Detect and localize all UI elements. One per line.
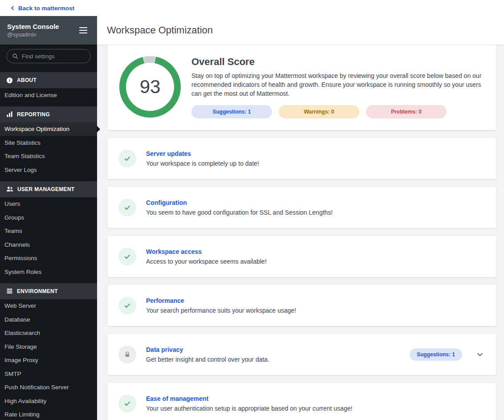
sidebar-item-groups[interactable]: Groups	[0, 211, 97, 224]
overall-score-ring: 93	[119, 56, 181, 118]
section-label-reporting: REPORTING	[17, 111, 50, 118]
back-link-label: Back to mattermost	[18, 5, 74, 12]
lock-icon	[118, 346, 136, 363]
console-identity: System Console @sysadmin	[7, 22, 59, 39]
card-text: Server updates Your workspace is complet…	[146, 150, 259, 168]
check-circle-icon	[118, 199, 136, 216]
menu-icon[interactable]	[77, 25, 89, 35]
search-wrap	[0, 45, 97, 68]
section-label-environment: ENVIRONMENT	[17, 288, 58, 294]
section-header-environment: ENVIRONMENT	[0, 283, 97, 299]
card-title-configuration[interactable]: Configuration	[146, 199, 187, 206]
sidebar-item-site-statistics[interactable]: Site Statistics	[0, 136, 97, 150]
check-circle-icon	[118, 395, 136, 412]
section-header-user-management: USER MANAGEMENT	[0, 181, 97, 197]
card-desc-ease-of-management: Your user authentication setup is approp…	[146, 404, 352, 413]
card-right-controls: Suggestions: 1	[410, 348, 485, 361]
card-ease-of-management: Ease of management Your user authenticat…	[108, 383, 496, 420]
sidebar-item-web-server[interactable]: Web Server	[0, 299, 97, 313]
sidebar-nav: ABOUT Edition and License REPORTING Work…	[0, 72, 97, 420]
overall-score-value: 93	[140, 76, 161, 98]
overall-score-description: Stay on top of optimizing your Mattermos…	[191, 71, 484, 98]
card-title-performance[interactable]: Performance	[146, 297, 184, 304]
sidebar-item-image-proxy[interactable]: Image Proxy	[0, 354, 97, 367]
users-icon	[6, 186, 13, 192]
section-header-reporting: REPORTING	[0, 106, 97, 122]
card-desc-server-updates: Your workspace is completely up to date!	[146, 159, 259, 168]
card-desc-data-privacy: Get better insight and control over your…	[146, 355, 269, 364]
overall-score-heading: Overall Score	[191, 56, 484, 68]
check-circle-icon	[118, 150, 136, 167]
section-label-user-management: USER MANAGEMENT	[17, 186, 75, 192]
sidebar-item-file-storage[interactable]: File Storage	[0, 340, 97, 354]
card-workspace-access: Workspace access Access to your workspac…	[108, 236, 496, 277]
chevron-down-icon[interactable]	[475, 349, 485, 360]
overall-score-info: Overall Score Stay on top of optimizing …	[191, 56, 484, 118]
card-title-ease-of-management[interactable]: Ease of management	[146, 395, 208, 402]
sidebar-item-server-logs[interactable]: Server Logs	[0, 163, 97, 177]
sidebar-item-workspace-optimization[interactable]: Workspace Optimization	[0, 122, 97, 136]
card-text: Data privacy Get better insight and cont…	[146, 346, 269, 364]
card-text: Performance Your search performance suit…	[146, 297, 296, 315]
page-title: Workspace Optimization	[107, 24, 213, 36]
sidebar-item-channels[interactable]: Channels	[0, 238, 97, 252]
card-title-data-privacy[interactable]: Data privacy	[146, 346, 183, 353]
top-bar: Back to mattermost	[0, 0, 504, 16]
card-desc-configuration: You seem to have good configuration for …	[146, 208, 333, 217]
main-area: Workspace Optimization 93 Overall Score …	[97, 16, 504, 420]
check-circle-icon	[118, 248, 136, 265]
card-performance: Performance Your search performance suit…	[108, 285, 496, 326]
sidebar-item-high-availability[interactable]: High Availability	[0, 394, 97, 408]
card-server-updates: Server updates Your workspace is complet…	[108, 138, 496, 179]
sidebar-item-teams[interactable]: Teams	[0, 224, 97, 238]
sidebar-header: System Console @sysadmin	[0, 16, 97, 45]
bar-chart-icon	[6, 111, 13, 118]
sidebar-item-users[interactable]: Users	[0, 197, 97, 211]
check-circle-icon	[118, 297, 136, 314]
sidebar-item-rate-limiting[interactable]: Rate Limiting	[0, 408, 97, 420]
console-username: @sysadmin	[7, 31, 59, 39]
sidebar-item-database[interactable]: Database	[0, 313, 97, 326]
sidebar: System Console @sysadmin ABOUT Edition a…	[0, 16, 97, 420]
page-header: Workspace Optimization	[97, 16, 504, 45]
overall-score-ring-inner: 93	[126, 63, 174, 111]
suggestions-badge-small: Suggestions: 1	[410, 348, 462, 361]
card-text: Ease of management Your user authenticat…	[146, 395, 352, 413]
overall-score-card: 93 Overall Score Stay on top of optimizi…	[108, 45, 496, 130]
card-text: Configuration You seem to have good conf…	[146, 199, 333, 217]
card-title-workspace-access[interactable]: Workspace access	[146, 248, 202, 255]
problems-badge: Problems: 0	[366, 105, 447, 118]
sidebar-item-team-statistics[interactable]: Team Statistics	[0, 150, 97, 163]
sidebar-item-system-roles[interactable]: System Roles	[0, 265, 97, 279]
content-area: 93 Overall Score Stay on top of optimizi…	[97, 45, 504, 420]
sidebar-item-edition-and-license[interactable]: Edition and License	[0, 88, 97, 102]
card-desc-performance: Your search performance suits your works…	[146, 306, 296, 315]
section-label-about: ABOUT	[17, 77, 37, 83]
card-title-server-updates[interactable]: Server updates	[146, 150, 191, 157]
warnings-badge: Warnings: 0	[279, 105, 359, 118]
sidebar-item-push-notification-server[interactable]: Push Notification Server	[0, 381, 97, 395]
overall-badges: Suggestions: 1 Warnings: 0 Problems: 0	[191, 105, 484, 118]
sidebar-item-permissions[interactable]: Permissions	[0, 252, 97, 265]
chevron-left-icon	[10, 5, 15, 11]
suggestions-badge: Suggestions: 1	[191, 105, 272, 118]
back-link[interactable]: Back to mattermost	[10, 5, 74, 12]
card-data-privacy: Data privacy Get better insight and cont…	[108, 334, 496, 375]
section-header-about: ABOUT	[0, 72, 97, 88]
console-title: System Console	[7, 22, 59, 31]
search-icon	[12, 53, 18, 59]
card-configuration: Configuration You seem to have good conf…	[108, 187, 496, 228]
sidebar-item-elasticsearch[interactable]: Elasticsearch	[0, 326, 97, 340]
sidebar-item-smtp[interactable]: SMTP	[0, 367, 97, 381]
card-desc-workspace-access: Access to your workspace seems available…	[146, 257, 267, 266]
info-icon	[6, 77, 13, 84]
card-text: Workspace access Access to your workspac…	[146, 248, 267, 266]
search-input[interactable]	[22, 53, 85, 60]
server-icon	[6, 288, 13, 294]
search-box	[6, 49, 91, 63]
